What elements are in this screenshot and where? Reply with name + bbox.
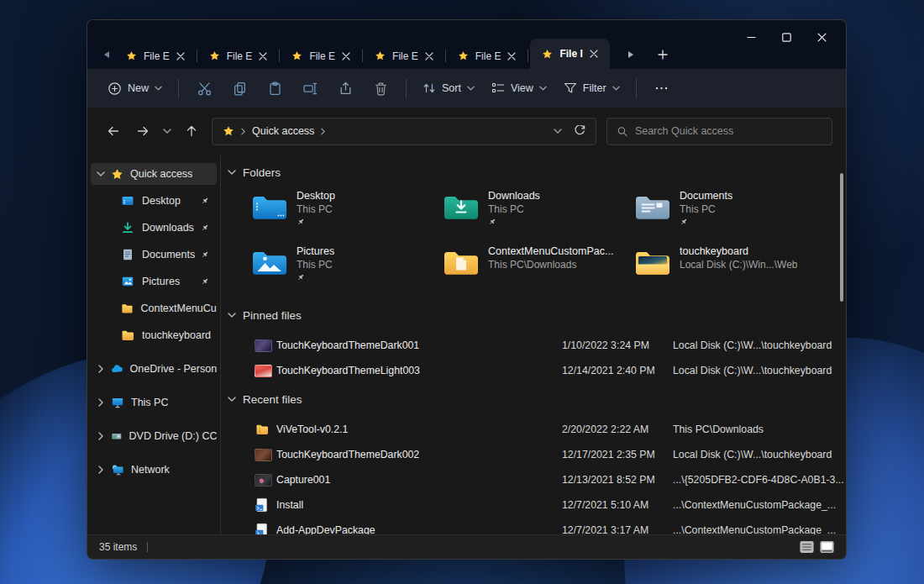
refresh-icon[interactable] xyxy=(574,125,585,137)
delete-button[interactable] xyxy=(363,74,398,103)
sidebar-item-contextmenucust[interactable]: ContextMenuCust xyxy=(91,297,217,319)
file-row-touchkeyboardthemedark002[interactable]: TouchKeyboardThemeDark002 12/17/2021 2:3… xyxy=(226,442,846,467)
vertical-scrollbar[interactable] xyxy=(840,173,843,302)
cut-button[interactable] xyxy=(186,74,222,103)
file-row-add-appdevpackage[interactable]: Add-AppDevPackage 12/7/2021 3:17 AM ...\… xyxy=(226,518,846,534)
tab-strip: File E File E File E File E xyxy=(97,39,674,69)
chevron-right-icon[interactable] xyxy=(321,128,325,135)
tab-file-explorer-5[interactable]: File E xyxy=(448,43,527,69)
section-header-folders[interactable]: Folders xyxy=(228,165,846,180)
maximize-button[interactable] xyxy=(769,24,804,50)
tab-file-explorer-4[interactable]: File E xyxy=(365,43,444,69)
large-thumbnails-view-icon[interactable] xyxy=(820,541,834,553)
tab-close-icon[interactable] xyxy=(425,52,433,61)
sidebar-item-onedrive[interactable]: OneDrive - Personal xyxy=(91,358,217,380)
forward-button[interactable] xyxy=(130,118,155,144)
tab-file-explorer-1[interactable]: File E xyxy=(116,43,195,69)
file-location: Local Disk (C:)\W...\touchkeyboard xyxy=(673,365,846,376)
folder-name: Documents xyxy=(680,190,732,202)
expand-chevron[interactable] xyxy=(91,466,111,474)
sidebar-item-documents[interactable]: Documents xyxy=(91,244,217,266)
address-dropdown-chevron-icon[interactable] xyxy=(554,129,562,134)
rename-icon xyxy=(303,82,318,96)
up-arrow-icon xyxy=(185,124,198,138)
pictures-icon xyxy=(121,275,134,288)
chevron-down-icon xyxy=(228,397,236,402)
tab-close-icon[interactable] xyxy=(176,52,185,61)
plus-icon xyxy=(658,50,668,60)
new-tab-button[interactable] xyxy=(652,42,674,67)
sidebar-item-touchkeyboard[interactable]: touchkeyboard xyxy=(91,324,217,346)
section-header-pinned-files[interactable]: Pinned files xyxy=(228,308,846,323)
folder-tile-contextmenucustompac[interactable]: ContextMenuCustomPac... This PC\Download… xyxy=(442,245,633,296)
file-date: 12/7/2021 5:10 AM xyxy=(562,499,673,511)
breadcrumb-quick-access[interactable]: Quick access xyxy=(252,125,314,137)
toolbar-separator xyxy=(636,79,637,98)
sidebar-item-this-pc[interactable]: This PC xyxy=(91,392,217,413)
back-button[interactable] xyxy=(101,118,125,144)
sidebar-item-network[interactable]: Network xyxy=(91,459,217,481)
new-label: New xyxy=(128,82,149,94)
recent-locations-button[interactable] xyxy=(155,118,179,144)
file-row-vivetool[interactable]: ViVeTool-v0.2.1 2/20/2022 2:22 AM This P… xyxy=(226,417,846,442)
close-icon xyxy=(817,33,827,42)
expand-chevron[interactable] xyxy=(91,171,111,176)
chevron-down-icon xyxy=(612,86,620,91)
folder-tile-documents[interactable]: Documents This PC xyxy=(633,190,825,240)
sort-button[interactable]: Sort xyxy=(414,74,483,103)
chevron-right-icon[interactable] xyxy=(241,128,245,135)
sidebar-item-downloads[interactable]: Downloads xyxy=(91,217,217,239)
sidebar-item-quick-access[interactable]: Quick access xyxy=(91,163,217,185)
expand-chevron[interactable] xyxy=(91,365,111,373)
view-icon xyxy=(491,82,505,95)
image-thumbnail xyxy=(255,474,272,487)
new-button[interactable]: New xyxy=(99,74,171,103)
rename-button[interactable] xyxy=(292,74,328,103)
up-button[interactable] xyxy=(179,118,203,144)
tab-close-icon[interactable] xyxy=(342,52,350,61)
minimize-button[interactable] xyxy=(733,24,769,50)
expand-chevron[interactable] xyxy=(91,432,111,440)
file-name: TouchKeyboardThemeDark001 xyxy=(276,339,562,351)
sidebar-item-label: This PC xyxy=(131,397,168,408)
sidebar-item-desktop[interactable]: Desktop xyxy=(91,190,217,212)
folder-tile-desktop[interactable]: Desktop This PC xyxy=(250,190,442,240)
tab-file-explorer-2[interactable]: File E xyxy=(199,43,278,69)
file-row-touchkeyboardthemedark001[interactable]: TouchKeyboardThemeDark001 1/10/2022 3:24… xyxy=(226,333,846,358)
tab-file-explorer-3[interactable]: File E xyxy=(281,43,360,69)
search-input[interactable] xyxy=(635,125,822,137)
paste-button[interactable] xyxy=(257,74,292,103)
see-more-button[interactable] xyxy=(644,74,680,103)
tab-close-icon[interactable] xyxy=(259,52,267,61)
file-location: This PC\Downloads xyxy=(673,424,846,435)
file-row-install[interactable]: Install 12/7/2021 5:10 AM ...\ContextMen… xyxy=(226,492,846,518)
tab-file-explorer-active[interactable]: File I xyxy=(530,39,609,69)
search-box[interactable] xyxy=(606,118,832,145)
details-view-icon[interactable] xyxy=(800,541,814,553)
sidebar-item-dvd-drive[interactable]: DVD Drive (D:) CCCC xyxy=(91,425,217,447)
view-button[interactable]: View xyxy=(483,74,555,103)
sidebar-item-pictures[interactable]: Pictures xyxy=(91,271,217,292)
expand-chevron[interactable] xyxy=(91,398,111,407)
tab-scroll-left-icon[interactable] xyxy=(97,42,116,67)
downloads-icon xyxy=(121,221,134,234)
filter-button[interactable]: Filter xyxy=(555,74,628,103)
close-button[interactable] xyxy=(804,24,839,50)
folder-tile-downloads[interactable]: Downloads This PC xyxy=(442,190,633,240)
file-row-capture001[interactable]: Capture001 12/13/2021 8:52 PM ...\{5205D… xyxy=(226,467,846,492)
tab-scroll-right-icon[interactable] xyxy=(622,42,640,67)
file-row-touchkeyboardthemelight003[interactable]: TouchKeyboardThemeLight003 12/14/2021 2:… xyxy=(226,358,846,383)
address-bar[interactable]: Quick access xyxy=(212,118,596,145)
sort-icon xyxy=(423,82,436,95)
pin-icon xyxy=(201,250,209,259)
section-header-recent-files[interactable]: Recent files xyxy=(228,392,846,407)
folder-tile-touchkeyboard[interactable]: touchkeyboard Local Disk (C:)\Win...\Web xyxy=(633,245,825,296)
pin-icon xyxy=(680,218,688,226)
tab-close-icon[interactable] xyxy=(507,52,516,61)
folder-tile-meta: ContextMenuCustomPac... This PC\Download… xyxy=(488,245,613,296)
copy-button[interactable] xyxy=(222,74,257,103)
share-button[interactable] xyxy=(328,74,363,103)
folder-tile-pictures[interactable]: Pictures This PC xyxy=(250,245,442,296)
folder-tile-meta: Downloads This PC xyxy=(488,190,540,240)
tab-close-icon[interactable] xyxy=(590,50,598,58)
